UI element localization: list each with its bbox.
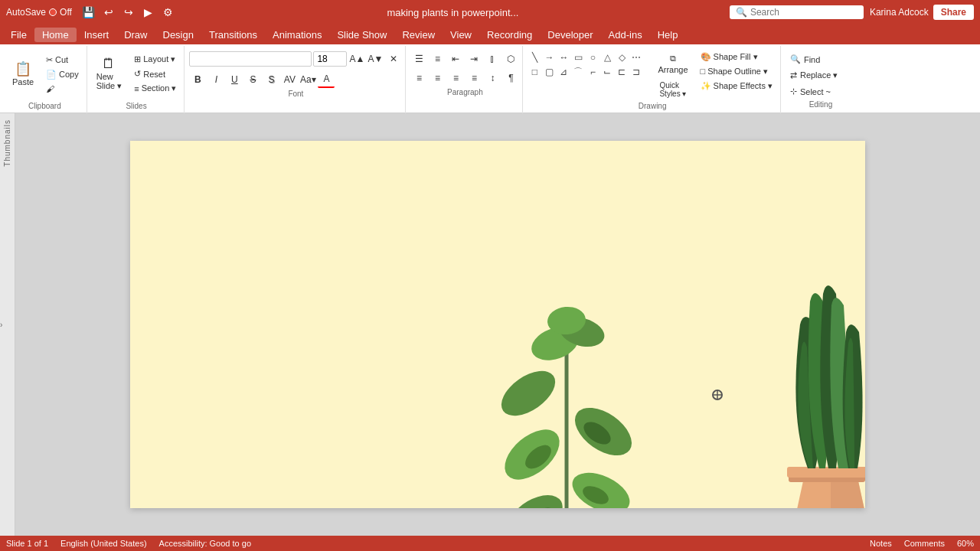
clipboard-label: Clipboard	[6, 100, 83, 112]
shape-arrow-btn[interactable]: →	[542, 51, 556, 64]
menu-insert[interactable]: Insert	[77, 28, 117, 42]
menu-draw[interactable]: Draw	[116, 28, 155, 42]
shape-dbl-arrow-btn[interactable]: ↔	[557, 51, 570, 64]
cut-button[interactable]: ✂ Cut	[41, 54, 83, 67]
shape-tri-btn[interactable]: △	[600, 51, 614, 64]
shape-extra3-btn[interactable]: ⊐	[629, 65, 643, 79]
search-icon: 🔍	[736, 7, 747, 18]
select-button[interactable]: ⊹ Select ~	[786, 84, 856, 99]
increase-indent-button[interactable]: ⇥	[466, 51, 482, 67]
align-center-button[interactable]: ≡	[429, 70, 446, 86]
paragraph-direction-button[interactable]: ¶	[502, 70, 519, 86]
save-icon[interactable]: 💾	[81, 5, 96, 20]
format-painter-button[interactable]: 🖌	[41, 83, 83, 95]
shape-bent-btn[interactable]: ⌐	[586, 65, 599, 79]
main-area: › Thumbnails	[0, 113, 980, 536]
editing-group: 🔍 Find ⇄ Replace ▾ ⊹ Select ~ Editing	[782, 46, 859, 113]
font-name-input[interactable]	[189, 51, 312, 67]
quick-styles-button[interactable]: QuickStyles ▾	[653, 79, 692, 100]
menu-animations[interactable]: Animations	[265, 28, 329, 42]
shadow-button[interactable]: S	[263, 71, 279, 88]
line-spacing-button[interactable]: ↕	[484, 70, 501, 86]
slide-panel[interactable]	[15, 113, 980, 536]
redo-icon[interactable]: ↪	[121, 5, 136, 20]
clear-format-button[interactable]: ✕	[385, 51, 402, 67]
new-slide-button[interactable]: 🗒 NewSlide ▾	[92, 54, 127, 94]
shape-extra2-btn[interactable]: ⊏	[615, 65, 629, 79]
menu-help[interactable]: Help	[650, 28, 686, 42]
menu-review[interactable]: Review	[394, 28, 443, 42]
align-justify-button[interactable]: ≡	[466, 70, 482, 86]
customize-icon[interactable]: ⚙	[161, 5, 176, 20]
paragraph-group: ☰ ≡ ⇤ ⇥ ⫿ ⬡ ≡ ≡ ≡ ≡ ↕ ¶ Paragraph	[407, 46, 523, 113]
shape-sq-btn[interactable]: □	[528, 65, 541, 79]
align-left-button[interactable]: ≡	[410, 70, 427, 86]
numbering-button[interactable]: ≡	[429, 51, 446, 67]
arrange-button[interactable]: ⧉ Arrange	[653, 51, 692, 77]
italic-button[interactable]: I	[207, 71, 224, 88]
copy-button[interactable]: 📄 Copy	[41, 68, 83, 81]
comments-button[interactable]: Comments	[904, 539, 945, 548]
menu-recording[interactable]: Recording	[479, 28, 540, 42]
menu-design[interactable]: Design	[155, 28, 201, 42]
present-icon[interactable]: ▶	[141, 5, 156, 20]
increase-font-button[interactable]: A▲	[348, 51, 365, 67]
menu-file[interactable]: File	[3, 28, 34, 42]
char-spacing-button[interactable]: AV	[281, 71, 298, 88]
decrease-font-button[interactable]: A▼	[367, 51, 384, 67]
shape-line-btn[interactable]: ╲	[528, 51, 541, 64]
shape-outline-button[interactable]: □ Shape Outline ▾	[696, 65, 777, 78]
undo-icon[interactable]: ↩	[101, 5, 116, 20]
font-size-input[interactable]	[313, 51, 347, 67]
shape-rect-btn[interactable]: ▭	[571, 51, 585, 64]
shape-fill-button[interactable]: 🎨 Shape Fill ▾	[696, 51, 777, 64]
layout-icon: ⊞	[134, 54, 141, 64]
language-indicator: English (United States)	[60, 539, 147, 548]
shape-more-btn[interactable]: ⋯	[629, 51, 643, 64]
shape-diamond-btn[interactable]: ◇	[615, 51, 629, 64]
slide-svg	[130, 141, 865, 508]
smart-art-button[interactable]: ⬡	[502, 51, 519, 67]
search-input[interactable]	[750, 7, 858, 18]
arrange-icon: ⧉	[670, 54, 676, 64]
menu-transitions[interactable]: Transitions	[201, 28, 265, 42]
notes-button[interactable]: Notes	[870, 539, 892, 548]
search-box[interactable]: 🔍	[730, 5, 864, 19]
shape-effects-button[interactable]: ✨ Shape Effects ▾	[696, 80, 777, 93]
share-button[interactable]: Share	[933, 5, 974, 20]
shape-rounded-btn[interactable]: ▢	[542, 65, 556, 79]
decrease-indent-button[interactable]: ⇤	[447, 51, 464, 67]
underline-button[interactable]: U	[226, 71, 243, 88]
section-button[interactable]: ≡ Section ▾	[129, 82, 181, 95]
shape-extra1-btn[interactable]: ⌙	[600, 65, 614, 79]
layout-button[interactable]: ⊞ Layout ▾	[129, 53, 181, 66]
find-button[interactable]: 🔍 Find	[786, 52, 856, 67]
shape-chevron-btn[interactable]: ⊿	[557, 65, 570, 79]
select-icon: ⊹	[790, 86, 797, 96]
menu-home[interactable]: Home	[34, 28, 77, 42]
shape-circle-btn[interactable]: ○	[586, 51, 599, 64]
font-label: Font	[189, 88, 402, 99]
columns-button[interactable]: ⫿	[484, 51, 501, 67]
reset-button[interactable]: ↺ Reset	[129, 67, 181, 80]
menu-bar: File Home Insert Draw Design Transitions…	[0, 24, 980, 44]
svg-rect-16	[787, 467, 865, 478]
menu-addins[interactable]: Add-ins	[601, 28, 650, 42]
svg-point-7	[494, 362, 564, 425]
text-case-button[interactable]: Aa▾	[299, 71, 316, 88]
expand-panel-arrow[interactable]: ›	[0, 321, 2, 329]
shape-curve-btn[interactable]: ⌒	[571, 65, 585, 79]
font-color-button[interactable]: A	[318, 71, 335, 88]
menu-developer[interactable]: Developer	[540, 28, 600, 42]
replace-button[interactable]: ⇄ Replace ▾	[786, 68, 856, 83]
bullets-button[interactable]: ☰	[410, 51, 427, 67]
paste-button[interactable]: 📋 Paste	[6, 59, 40, 90]
align-right-button[interactable]: ≡	[447, 70, 464, 86]
drawing-group: ╲ → ↔ ▭ ○ △ ◇ ⋯ □ ▢ ⊿ ⌒ ⌐ ⌙ ⊏ ⊐	[524, 46, 781, 113]
autosave-state: Off	[60, 7, 72, 18]
menu-slideshow[interactable]: Slide Show	[329, 28, 394, 42]
bold-button[interactable]: B	[189, 71, 206, 88]
autosave-indicator[interactable]: AutoSave Off	[6, 7, 72, 18]
menu-view[interactable]: View	[443, 28, 479, 42]
strikethrough-button[interactable]: S	[244, 71, 261, 88]
